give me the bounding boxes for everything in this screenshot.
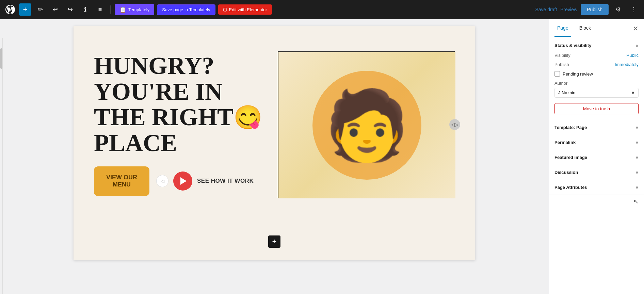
discussion-chevron: ∨ bbox=[635, 170, 639, 175]
permalink-section: Permalink ∨ bbox=[549, 135, 644, 150]
heading-line1: HUNGRY? bbox=[94, 52, 214, 79]
pending-review-label: Pending review bbox=[563, 71, 593, 77]
templately-label: Templately bbox=[128, 7, 149, 12]
add-block-button[interactable]: + bbox=[268, 235, 280, 248]
main-area: HUNGRY? YOU'RE IN THE RIGHT😋 PLACE VIEW … bbox=[0, 19, 644, 294]
tab-block[interactable]: Block bbox=[577, 20, 594, 37]
template-section: Template: Page ∨ bbox=[549, 120, 644, 135]
visibility-value[interactable]: Public bbox=[627, 53, 639, 58]
discussion-section: Discussion ∨ bbox=[549, 165, 644, 180]
publish-field-value[interactable]: Immediately bbox=[615, 62, 639, 67]
featured-image-title: Featured image bbox=[554, 155, 587, 160]
visibility-row: Visibility Public bbox=[554, 53, 639, 58]
more-options-button[interactable]: ⋮ bbox=[628, 3, 640, 16]
author-row: Author J.Naznin ∨ bbox=[554, 81, 639, 98]
page-canvas: HUNGRY? YOU'RE IN THE RIGHT😋 PLACE VIEW … bbox=[74, 26, 475, 260]
save-templately-button[interactable]: Save page in Templately bbox=[157, 4, 215, 15]
hero-heading: HUNGRY? YOU'RE IN THE RIGHT😋 PLACE bbox=[94, 53, 271, 156]
canvas-area[interactable]: HUNGRY? YOU'RE IN THE RIGHT😋 PLACE VIEW … bbox=[0, 19, 549, 294]
publish-button[interactable]: Publish bbox=[581, 4, 609, 15]
page-attributes-chevron: ∨ bbox=[635, 185, 639, 190]
sidebar: Page Block ✕ Status & visibility ∧ Visib… bbox=[549, 19, 644, 294]
heading-line2: YOU'RE IN bbox=[94, 78, 223, 105]
view-menu-button[interactable]: VIEW OUR MENU bbox=[94, 166, 149, 196]
elementor-button[interactable]: ⬡ Edit with Elementor bbox=[218, 4, 272, 15]
visibility-label: Visibility bbox=[554, 53, 570, 58]
status-visibility-body: Visibility Public Publish Immediately Pe… bbox=[549, 53, 644, 120]
sidebar-header: Page Block ✕ bbox=[549, 19, 644, 38]
add-block-area: + bbox=[74, 223, 475, 260]
left-scrollbar-thumb[interactable] bbox=[0, 48, 2, 69]
elementor-label: Edit with Elementor bbox=[229, 7, 267, 12]
delivery-person: 🧑 bbox=[278, 52, 455, 198]
status-visibility-chevron: ∧ bbox=[635, 43, 639, 48]
template-title: Template: Page bbox=[554, 125, 587, 130]
info-button[interactable]: ℹ bbox=[79, 3, 91, 16]
author-label: Author bbox=[554, 81, 639, 86]
templately-icon: 📋 bbox=[119, 6, 126, 13]
publish-row: Publish Immediately bbox=[554, 62, 639, 67]
arrow-nav-left[interactable]: ◁ bbox=[156, 175, 168, 187]
publish-field-label: Publish bbox=[554, 62, 569, 67]
redo-button[interactable]: ↪ bbox=[64, 3, 76, 16]
heading-emoji: 😋 bbox=[234, 104, 262, 130]
page-attributes-title: Page Attributes bbox=[554, 185, 587, 190]
page-attributes-section: Page Attributes ∨ bbox=[549, 180, 644, 195]
hero-buttons: VIEW OUR MENU ◁ SEE HOW IT WORK bbox=[94, 166, 271, 196]
toolbar: + ✏ ↩ ↪ ℹ ≡ 📋 Templately Save page in Te… bbox=[0, 0, 644, 19]
author-select-chevron: ∨ bbox=[631, 90, 635, 95]
toolbar-separator bbox=[110, 5, 111, 14]
left-scrollbar[interactable] bbox=[0, 38, 3, 294]
preview-button[interactable]: Preview bbox=[560, 7, 577, 12]
wp-logo[interactable] bbox=[4, 3, 16, 16]
see-how-text: SEE HOW IT WORK bbox=[197, 178, 254, 184]
sidebar-close-button[interactable]: ✕ bbox=[633, 25, 639, 32]
hero-right[interactable]: 🛵 🧑 ◁▷ bbox=[278, 51, 455, 198]
author-select[interactable]: J.Naznin ∨ bbox=[554, 88, 639, 98]
hero-image-box[interactable]: 🛵 🧑 bbox=[278, 51, 455, 198]
permalink-section-header[interactable]: Permalink ∨ bbox=[549, 135, 644, 150]
featured-image-header[interactable]: Featured image ∨ bbox=[549, 150, 644, 165]
status-visibility-title: Status & visibility bbox=[554, 43, 591, 48]
settings-button[interactable]: ⚙ bbox=[612, 3, 624, 16]
play-section: ◁ SEE HOW IT WORK bbox=[156, 172, 254, 191]
template-chevron: ∨ bbox=[635, 125, 639, 130]
template-section-header[interactable]: Template: Page ∨ bbox=[549, 120, 644, 135]
heading-line4: PLACE bbox=[94, 129, 177, 157]
discussion-section-header[interactable]: Discussion ∨ bbox=[549, 165, 644, 180]
permalink-chevron: ∨ bbox=[635, 140, 639, 145]
page-attributes-header[interactable]: Page Attributes ∨ bbox=[549, 180, 644, 195]
status-visibility-section: Status & visibility ∧ Visibility Public … bbox=[549, 38, 644, 120]
undo-button[interactable]: ↩ bbox=[49, 3, 61, 16]
cursor-icon: ↖ bbox=[633, 198, 639, 205]
featured-image-section: Featured image ∨ bbox=[549, 150, 644, 165]
tools-button[interactable]: ✏ bbox=[34, 3, 46, 16]
toolbar-right: Save draft Preview Publish ⚙ ⋮ bbox=[535, 3, 640, 16]
hero-left: HUNGRY? YOU'RE IN THE RIGHT😋 PLACE VIEW … bbox=[94, 53, 278, 196]
pending-review-row: Pending review bbox=[554, 71, 639, 77]
pending-review-checkbox[interactable] bbox=[554, 71, 560, 77]
templately-button[interactable]: 📋 Templately bbox=[115, 4, 154, 15]
pizza-illustration: 🛵 🧑 bbox=[278, 52, 455, 198]
featured-image-chevron: ∨ bbox=[635, 155, 639, 160]
add-block-toolbar-button[interactable]: + bbox=[19, 3, 31, 16]
save-templately-label: Save page in Templately bbox=[162, 7, 210, 12]
tab-page[interactable]: Page bbox=[554, 20, 571, 37]
play-button[interactable] bbox=[173, 172, 192, 191]
discussion-title: Discussion bbox=[554, 170, 578, 175]
permalink-title: Permalink bbox=[554, 140, 576, 145]
status-visibility-header[interactable]: Status & visibility ∧ bbox=[549, 38, 644, 53]
list-view-button[interactable]: ≡ bbox=[94, 3, 106, 16]
save-draft-button[interactable]: Save draft bbox=[535, 7, 557, 12]
hero-section: HUNGRY? YOU'RE IN THE RIGHT😋 PLACE VIEW … bbox=[74, 26, 475, 223]
heading-line3: THE RIGHT bbox=[94, 103, 234, 131]
elementor-icon: ⬡ bbox=[223, 7, 227, 12]
move-to-trash-button[interactable]: Move to trash bbox=[554, 103, 639, 114]
cursor-area: ↖ bbox=[549, 195, 644, 208]
